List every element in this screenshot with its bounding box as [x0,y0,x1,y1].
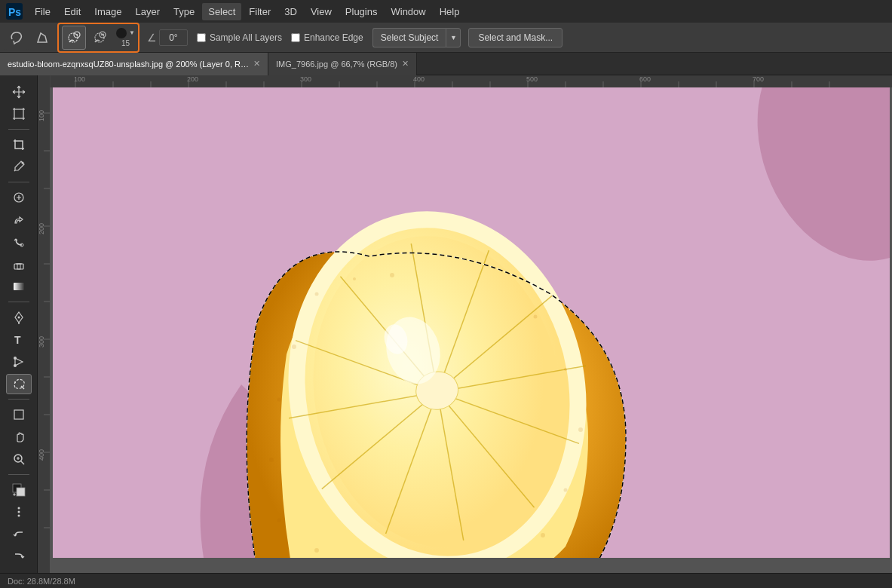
svg-point-16 [14,357,17,360]
crop-tool[interactable] [6,134,32,155]
menu-bar: Ps File Edit Image Layer Type Select Fil… [0,0,892,23]
ps-logo: Ps [6,3,23,20]
path-selection-tool[interactable] [6,351,32,372]
svg-point-17 [14,364,17,367]
tab-1[interactable]: IMG_7966.jpg @ 66,7% (RGB/8) ✕ [268,53,417,75]
undo-arrow[interactable] [6,524,32,545]
gradient-tool[interactable] [6,276,32,297]
svg-point-90 [390,273,394,277]
svg-text:Ps: Ps [8,6,21,18]
left-toolbar: T [0,75,38,573]
options-bar: ▼ 15 ∠ Sample All Layers Enhance Edge Se… [0,23,892,53]
svg-point-88 [315,292,319,296]
toolbar-sep-5 [8,474,29,475]
quick-selection-tools-highlighted: ▼ 15 [57,23,139,53]
toolbar-sep-1 [8,129,29,130]
svg-rect-21 [17,488,25,496]
svg-rect-18 [14,410,23,419]
history-brush-tool[interactable] [6,231,32,253]
svg-point-96 [564,368,567,371]
lasso-tool-btn[interactable] [5,26,29,50]
svg-point-91 [277,398,281,402]
canvas-container[interactable] [53,83,892,573]
svg-point-23 [17,511,20,513]
svg-text:100: 100 [74,75,85,83]
svg-point-97 [578,427,583,432]
svg-rect-25 [38,75,892,87]
move-tool[interactable] [6,81,32,103]
tab-1-label: IMG_7966.jpg @ 66,7% (RGB/8) [276,60,397,69]
ruler-left: 100 200 300 400 [38,75,50,573]
svg-point-95 [534,315,538,319]
svg-text:400: 400 [38,449,45,461]
svg-marker-2 [38,33,47,42]
menu-3d[interactable]: 3D [278,3,303,20]
enhance-edge-label: Enhance Edge [304,32,363,43]
quick-selection-brush-btn[interactable] [62,26,86,50]
angle-control: ∠ [147,29,188,46]
pen-tool[interactable] [6,307,32,328]
tab-0-close[interactable]: ✕ [253,59,260,69]
enhance-edge-checkbox[interactable] [291,33,300,42]
foreground-color[interactable] [6,479,32,501]
sample-all-layers-label: Sample All Layers [210,32,282,43]
menu-type[interactable]: Type [167,3,201,20]
menu-image[interactable]: Image [88,3,127,20]
status-text: Doc: 28.8M/28.8M [8,577,75,586]
canvas-area[interactable]: 100200 300400 500600 700 [38,75,892,573]
shape-tool[interactable] [6,404,32,425]
svg-rect-7 [14,109,23,118]
select-subject-dropdown[interactable]: ▼ [446,28,461,47]
zoom-tool[interactable] [6,449,32,470]
eraser-tool[interactable] [6,254,32,275]
select-subject-button[interactable]: Select Subject [372,28,446,47]
artboard-tool[interactable] [6,104,32,125]
menu-select[interactable]: Select [202,3,241,20]
tab-bar: estudio-bloom-ezqnxsqUZ80-unsplash.jpg @… [0,53,892,75]
menu-edit[interactable]: Edit [58,3,87,20]
svg-point-87 [292,345,296,349]
svg-text:200: 200 [187,75,198,83]
polygonal-lasso-btn[interactable] [30,26,54,50]
svg-text:300: 300 [38,336,45,348]
svg-point-93 [277,519,281,522]
ruler-top: 100200 300400 500600 700 [38,75,892,87]
brush-size-dropdown-arrow[interactable]: ▼ [129,29,135,36]
svg-text:600: 600 [639,75,651,83]
lasso-tool-group [5,26,54,50]
tab-0-label: estudio-bloom-ezqnxsqUZ80-unsplash.jpg @… [8,60,249,69]
svg-text:500: 500 [526,75,538,83]
tab-1-close[interactable]: ✕ [402,59,409,69]
menu-help[interactable]: Help [434,3,466,20]
select-and-mask-button[interactable]: Select and Mask... [468,28,562,47]
status-bar: Doc: 28.8M/28.8M [0,573,892,588]
quick-selection-erase-btn[interactable] [87,26,112,50]
enhance-edge-option[interactable]: Enhance Edge [291,32,363,43]
more-tools[interactable] [6,501,32,522]
brush-size-control[interactable]: ▼ 15 [116,28,135,47]
menu-plugins[interactable]: Plugins [339,3,384,20]
angle-input-field[interactable] [159,29,188,46]
tab-0[interactable]: estudio-bloom-ezqnxsqUZ80-unsplash.jpg @… [0,53,268,75]
quick-selection-tool[interactable] [6,374,32,395]
menu-layer[interactable]: Layer [130,3,167,20]
menu-filter[interactable]: Filter [243,3,277,20]
brush-size-value: 15 [121,39,130,47]
healing-brush-tool[interactable] [6,187,32,208]
redo-arrow[interactable] [6,547,32,568]
menu-view[interactable]: View [305,3,338,20]
type-tool[interactable]: T [6,329,32,350]
menu-window[interactable]: Window [385,3,431,20]
canvas-mockup[interactable] [53,83,890,558]
sample-all-layers-option[interactable]: Sample All Layers [197,32,282,43]
menu-file[interactable]: File [29,3,57,20]
brush-size-dot [116,28,127,38]
clone-stamp-tool[interactable] [6,210,32,231]
hand-tool[interactable] [6,427,32,448]
svg-point-99 [541,533,545,537]
svg-rect-11 [14,264,23,269]
svg-rect-55 [38,75,50,573]
sample-all-layers-checkbox[interactable] [197,33,206,42]
toolbar-sep-2 [8,182,29,182]
eyedropper-tool[interactable] [6,157,32,178]
